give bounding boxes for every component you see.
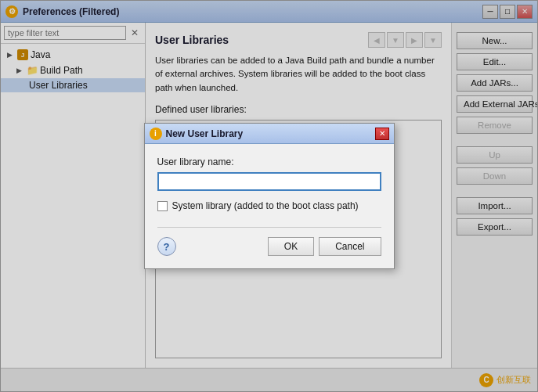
modal-footer: ? OK Cancel (157, 227, 381, 256)
main-window: ⚙ Preferences (Filtered) ─ □ ✕ ✕ ▶ J (0, 0, 538, 392)
modal-icon: i (150, 128, 162, 140)
modal-ok-button[interactable]: OK (268, 237, 314, 256)
modal-window: i New User Library ✕ User library name: … (144, 123, 395, 269)
modal-cancel-button[interactable]: Cancel (319, 237, 381, 256)
modal-overlay: i New User Library ✕ User library name: … (1, 1, 537, 391)
modal-field-label: User library name: (157, 156, 381, 167)
modal-close-button[interactable]: ✕ (375, 128, 389, 140)
modal-title-bar: i New User Library ✕ (145, 124, 394, 144)
modal-checkbox-row: System library (added to the boot class … (157, 200, 381, 211)
modal-action-buttons: OK Cancel (268, 237, 381, 256)
modal-help-button[interactable]: ? (157, 237, 176, 256)
modal-library-name-input[interactable] (157, 172, 381, 191)
modal-system-library-checkbox[interactable] (157, 201, 168, 211)
modal-body: User library name: System library (added… (145, 144, 394, 268)
modal-checkbox-label: System library (added to the boot class … (172, 200, 359, 211)
modal-title: New User Library (166, 128, 375, 139)
